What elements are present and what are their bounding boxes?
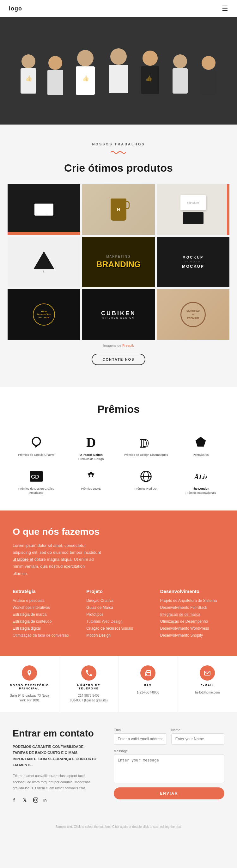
strategy-item[interactable]: Estratégia digital [13, 626, 77, 630]
dev-item[interactable]: Projeto de Arquitetura de Sistema [160, 598, 224, 603]
svg-point-39 [37, 799, 37, 799]
dev-item[interactable]: Integração de de marca [160, 612, 224, 617]
portfolio-item[interactable]: Marketing BRANDING [82, 237, 155, 287]
development-column: Desenvolvimento Projeto de Arquitetura d… [160, 589, 224, 640]
strategy-title: Estratégia [13, 589, 77, 594]
portfolio-grid: H signature 7 [0, 184, 237, 340]
strategy-item[interactable]: Análise e pesquisa [13, 598, 77, 603]
award-item: D Prêmios de Design Dinamarqués [122, 435, 170, 461]
award-item: ÅLiA The LondonPrêmios Internacionais [177, 469, 225, 495]
fax-info: 1-214-567-8900 [137, 690, 159, 695]
svg-point-38 [35, 799, 37, 801]
svg-point-10 [142, 51, 158, 66]
svg-rect-13 [173, 68, 188, 94]
dalton-icon: D [86, 435, 96, 450]
portfolio-item[interactable]: 7 [8, 237, 80, 287]
name-input[interactable] [171, 733, 224, 745]
form-row-top: Email Name [114, 728, 224, 745]
inline-link[interactable]: ut labore et [13, 557, 33, 562]
project-item[interactable]: Motion Design [86, 633, 150, 638]
what-we-do-description: Lorem ipsum dolor sit amet, consectetur … [13, 542, 101, 577]
strategy-item[interactable]: Workshops interativos [13, 605, 77, 610]
project-item[interactable]: Criação de recursos visuais [86, 626, 150, 630]
award-label: Pentawards [193, 453, 209, 457]
freepik-credit: Imagens de Freepik [0, 344, 237, 347]
fax-icon [140, 665, 156, 681]
linkedin-icon[interactable]: in [43, 797, 49, 804]
svg-rect-32 [146, 674, 147, 675]
twitter-icon[interactable]: 𝕏 [23, 797, 28, 804]
portfolio-section: NOSSOS TRABALHOS Crie ótimos produtos H … [0, 142, 237, 387]
portfolio-item[interactable]: CERTIFIED★PREMIUM [157, 289, 229, 340]
submit-button[interactable]: ENVIAR [114, 787, 224, 799]
svg-text:in: in [43, 798, 47, 803]
email-input[interactable] [114, 733, 167, 745]
phone-info: 214-9876-5405888-0367 (ligação gratuita) [70, 693, 108, 703]
dev-item[interactable]: Otimização de Desempenho [160, 619, 224, 624]
project-title: Projeto [86, 589, 150, 594]
contact-card-office: NOSSO ESCRITÓRIOPRINCIPAL Suite 94 Broad… [0, 656, 59, 712]
menu-icon[interactable]: ☰ [222, 4, 228, 13]
instagram-icon[interactable] [33, 797, 39, 804]
strategy-item[interactable]: Estratégia de marca [13, 612, 77, 617]
cubiken-logo: CUBIKEN KITCHEN DESIGN [101, 310, 136, 319]
contact-form-body: Etiam ut amet convallis erat • class apt… [13, 773, 98, 792]
portfolio-item[interactable]: signature [157, 184, 229, 235]
facebook-icon[interactable]: f [13, 797, 18, 804]
pentawards-icon [194, 435, 207, 450]
name-field: Name [171, 728, 224, 745]
dev-item[interactable]: Desenvolvimento WordPress [160, 626, 224, 630]
fax-title: FAX [144, 684, 152, 687]
portfolio-title: Crie ótimos produtos [0, 162, 237, 174]
contact-form-tagline: PODEMOS GARANTIR CONFIABILIDADE, TARIFAS… [13, 744, 98, 769]
svg-point-25 [90, 474, 93, 477]
contact-button[interactable]: CONTATE-NOS [92, 354, 145, 365]
project-item[interactable]: Protótipos [86, 612, 150, 617]
message-input[interactable] [114, 754, 224, 783]
dev-item[interactable]: Desenvolvimento Full-Stack [160, 605, 224, 610]
location-icon [22, 665, 37, 681]
award-label: O Pacote DaltonPrêmios de Design [78, 453, 104, 461]
award-item: GD Prêmios de Design Gráfico Americano [13, 469, 60, 495]
portfolio-item[interactable] [8, 184, 80, 235]
award-item: Prêmios D&AD [68, 469, 115, 495]
svg-point-6 [77, 50, 94, 66]
svg-rect-5 [47, 70, 63, 95]
dev-item[interactable]: Desenvolvimento Shopify [160, 633, 224, 638]
award-label: The LondonPrêmios Internacionais [185, 487, 216, 495]
portfolio-item[interactable]: BlueTennis Clubest. 1978 [8, 289, 80, 340]
email-info: hello@home.com [195, 690, 219, 695]
contact-form-right: Email Name Message ENVIAR [114, 728, 224, 804]
contact-form-left: Entrar em contato PODEMOS GARANTIR CONFI… [13, 728, 98, 804]
development-list: Projeto de Arquitetura de Sistema Desenv… [160, 598, 224, 638]
project-item[interactable]: Tutoriais Web Design [86, 619, 150, 624]
email-icon [200, 665, 215, 681]
strategy-column: Estratégia Análise e pesquisa Workshops … [13, 589, 77, 640]
email-label: Email [114, 728, 167, 732]
portfolio-item[interactable]: H [82, 184, 155, 235]
strategy-list: Análise e pesquisa Workshops interativos… [13, 598, 77, 638]
contact-button-wrap: CONTATE-NOS [0, 354, 237, 365]
svg-text:GD: GD [31, 473, 39, 479]
portfolio-label: NOSSOS TRABALHOS [0, 142, 237, 146]
contact-card-fax: FAX 1-214-567-8900 [118, 656, 178, 712]
strategy-item[interactable]: Estratégia de conteúdo [13, 619, 77, 624]
dad-icon [85, 469, 97, 484]
name-label: Name [171, 728, 224, 732]
logo: logo [9, 5, 22, 12]
project-item[interactable]: Guias de Marca [86, 605, 150, 610]
portfolio-item[interactable]: MOCKUP 02 // 2024 MOCKUP [157, 237, 229, 287]
contact-card-email: E-MAIL hello@home.com [178, 656, 237, 712]
project-item[interactable]: Direção Criativa [86, 598, 150, 603]
svg-text:👍: 👍 [25, 75, 33, 82]
award-item: Pentawards [177, 435, 225, 461]
portfolio-item[interactable]: CUBIKEN KITCHEN DESIGN [82, 289, 155, 340]
dinamarques-icon: D [140, 435, 152, 450]
lia-icon: ÅLiA [194, 469, 207, 484]
awards-title: Prêmios [0, 403, 237, 415]
awards-grid: Prêmios do Círculo Criativo D O Pacote D… [0, 426, 237, 495]
freepik-link[interactable]: Freepik [122, 344, 134, 347]
contact-form-section: Entrar em contato PODEMOS GARANTIR CONFI… [0, 712, 237, 820]
strategy-item[interactable]: Otimização da taxa de conversão [13, 633, 77, 638]
svg-text:𝕏: 𝕏 [23, 798, 27, 803]
